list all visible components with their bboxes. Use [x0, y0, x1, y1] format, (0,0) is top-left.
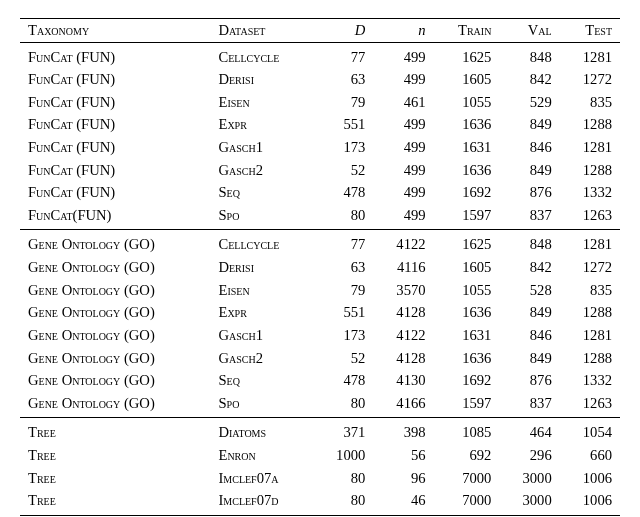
table-row: FunCat (FUN)Gasch117349916318461281 [20, 136, 620, 159]
cell-n: 499 [373, 68, 433, 91]
col-n: n [373, 19, 433, 43]
cell-test: 835 [560, 91, 620, 114]
cell-D: 551 [313, 301, 373, 324]
cell-dataset: Eisen [210, 91, 313, 114]
col-taxonomy: Taxonomy [20, 19, 210, 43]
table-row: Gene Ontology (GO)Spo80416615978371263 [20, 392, 620, 415]
cell-train: 1692 [434, 369, 500, 392]
cell-test: 1054 [560, 421, 620, 444]
cell-taxonomy: Gene Ontology (GO) [20, 256, 210, 279]
cell-train: 1636 [434, 113, 500, 136]
cell-val: 842 [499, 68, 559, 91]
cell-taxonomy: Gene Ontology (GO) [20, 324, 210, 347]
cell-taxonomy: Gene Ontology (GO) [20, 392, 210, 415]
cell-dataset: Cellcycle [210, 233, 313, 256]
cell-n: 4116 [373, 256, 433, 279]
table-row: FunCat(FUN)Spo8049915978371263 [20, 204, 620, 227]
cell-test: 1263 [560, 204, 620, 227]
table-row: FunCat (FUN)Seq47849916928761332 [20, 181, 620, 204]
dataset-table: Taxonomy Dataset D n Train Val Test FunC… [20, 18, 620, 516]
cell-dataset: Gasch2 [210, 159, 313, 182]
cell-D: 80 [313, 392, 373, 415]
cell-test: 1288 [560, 113, 620, 136]
table-row: Gene Ontology (GO)Expr551412816368491288 [20, 301, 620, 324]
table-row: FunCat (FUN)Derisi6349916058421272 [20, 68, 620, 91]
cell-D: 79 [313, 279, 373, 302]
cell-train: 1597 [434, 204, 500, 227]
cell-train: 1055 [434, 279, 500, 302]
cell-taxonomy: Gene Ontology (GO) [20, 347, 210, 370]
cell-train: 1605 [434, 256, 500, 279]
table-row: TreeImclef07a8096700030001006 [20, 467, 620, 490]
cell-dataset: Enron [210, 444, 313, 467]
cell-val: 849 [499, 159, 559, 182]
cell-dataset: Spo [210, 204, 313, 227]
table-row: Gene Ontology (GO)Gasch11734122163184612… [20, 324, 620, 347]
cell-dataset: Gasch2 [210, 347, 313, 370]
cell-test: 1288 [560, 347, 620, 370]
cell-test: 660 [560, 444, 620, 467]
cell-D: 63 [313, 256, 373, 279]
col-val: Val [499, 19, 559, 43]
cell-val: 837 [499, 204, 559, 227]
cell-val: 846 [499, 324, 559, 347]
col-train: Train [434, 19, 500, 43]
cell-taxonomy: FunCat (FUN) [20, 159, 210, 182]
cell-val: 849 [499, 301, 559, 324]
cell-dataset: Seq [210, 181, 313, 204]
table-row: FunCat (FUN)Expr55149916368491288 [20, 113, 620, 136]
cell-val: 464 [499, 421, 559, 444]
dataset-table-wrapper: Taxonomy Dataset D n Train Val Test FunC… [20, 18, 620, 516]
cell-taxonomy: Tree [20, 421, 210, 444]
table-row: FunCat (FUN)Eisen794611055529835 [20, 91, 620, 114]
cell-n: 4166 [373, 392, 433, 415]
cell-val: 848 [499, 46, 559, 69]
cell-dataset: Derisi [210, 256, 313, 279]
cell-test: 1281 [560, 233, 620, 256]
cell-test: 1272 [560, 68, 620, 91]
cell-train: 1636 [434, 159, 500, 182]
cell-taxonomy: FunCat (FUN) [20, 136, 210, 159]
cell-n: 461 [373, 91, 433, 114]
cell-taxonomy: FunCat (FUN) [20, 46, 210, 69]
cell-val: 837 [499, 392, 559, 415]
table-row: Gene Ontology (GO)Seq478413016928761332 [20, 369, 620, 392]
cell-val: 842 [499, 256, 559, 279]
cell-train: 1631 [434, 136, 500, 159]
cell-D: 173 [313, 324, 373, 347]
cell-n: 3570 [373, 279, 433, 302]
cell-n: 4122 [373, 324, 433, 347]
cell-n: 96 [373, 467, 433, 490]
table-row: Gene Ontology (GO)Eisen7935701055528835 [20, 279, 620, 302]
cell-n: 4128 [373, 301, 433, 324]
cell-val: 528 [499, 279, 559, 302]
table-row: TreeEnron100056692296660 [20, 444, 620, 467]
cell-n: 499 [373, 204, 433, 227]
cell-train: 1085 [434, 421, 500, 444]
cell-val: 529 [499, 91, 559, 114]
cell-dataset: Imclef07d [210, 489, 313, 512]
cell-taxonomy: Tree [20, 467, 210, 490]
col-dataset: Dataset [210, 19, 313, 43]
cell-dataset: Gasch1 [210, 324, 313, 347]
cell-dataset: Derisi [210, 68, 313, 91]
cell-D: 80 [313, 489, 373, 512]
cell-train: 1631 [434, 324, 500, 347]
cell-test: 1281 [560, 324, 620, 347]
cell-n: 499 [373, 136, 433, 159]
cell-train: 1636 [434, 301, 500, 324]
cell-val: 846 [499, 136, 559, 159]
cell-D: 371 [313, 421, 373, 444]
cell-val: 876 [499, 181, 559, 204]
table-row: Gene Ontology (GO)Cellcycle7741221625848… [20, 233, 620, 256]
cell-D: 80 [313, 204, 373, 227]
cell-val: 296 [499, 444, 559, 467]
cell-test: 1288 [560, 301, 620, 324]
table-row: TreeImclef07d8046700030001006 [20, 489, 620, 512]
cell-taxonomy: Tree [20, 444, 210, 467]
cell-dataset: Cellcycle [210, 46, 313, 69]
cell-val: 849 [499, 347, 559, 370]
cell-taxonomy: Gene Ontology (GO) [20, 301, 210, 324]
cell-dataset: Expr [210, 301, 313, 324]
cell-D: 478 [313, 369, 373, 392]
